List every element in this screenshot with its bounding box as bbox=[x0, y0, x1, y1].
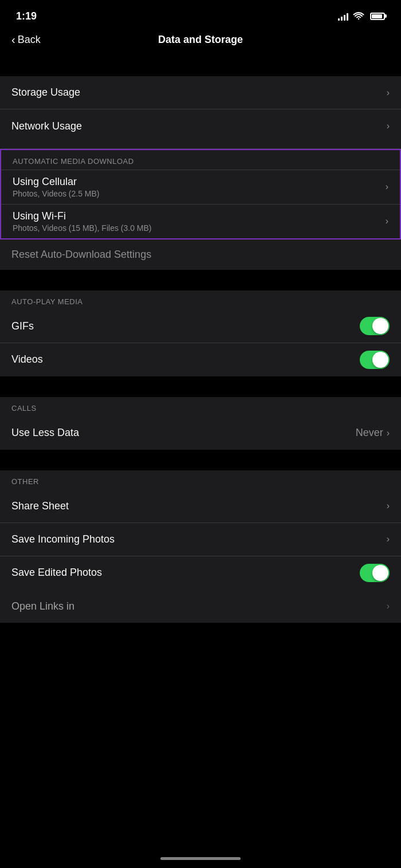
chevron-right-icon: › bbox=[387, 88, 390, 98]
chevron-right-icon: › bbox=[387, 601, 390, 611]
share-sheet-row[interactable]: Share Sheet › bbox=[0, 490, 401, 523]
amd-section-header: AUTOMATIC MEDIA DOWNLOAD bbox=[1, 150, 400, 170]
open-links-group: Open Links in › bbox=[0, 590, 401, 623]
back-label: Back bbox=[18, 34, 41, 46]
videos-toggle[interactable] bbox=[360, 351, 390, 369]
home-indicator bbox=[0, 849, 401, 868]
storage-group: Storage Usage › Network Usage › bbox=[0, 76, 401, 143]
auto-media-download-section: AUTOMATIC MEDIA DOWNLOAD Using Cellular … bbox=[0, 149, 401, 239]
network-usage-row[interactable]: Network Usage › bbox=[0, 109, 401, 143]
chevron-right-icon: › bbox=[387, 428, 390, 438]
gap-4 bbox=[0, 376, 401, 397]
network-usage-label: Network Usage bbox=[11, 120, 82, 132]
network-usage-chevron-area: › bbox=[387, 121, 390, 131]
save-incoming-photos-label: Save Incoming Photos bbox=[11, 533, 115, 545]
use-less-data-right: Never › bbox=[356, 427, 390, 439]
gap-2 bbox=[0, 143, 401, 148]
videos-row[interactable]: Videos bbox=[0, 343, 401, 376]
cellular-content: Using Cellular Photos, Videos (2.5 MB) bbox=[13, 176, 99, 198]
wifi-title: Using Wi-Fi bbox=[13, 210, 152, 222]
back-button[interactable]: ‹ Back bbox=[11, 33, 41, 46]
storage-usage-chevron-area: › bbox=[387, 88, 390, 98]
page-title: Data and Storage bbox=[158, 34, 243, 46]
using-wifi-row[interactable]: Using Wi-Fi Photos, Videos (15 MB), File… bbox=[1, 204, 400, 238]
reset-label: Reset Auto-Download Settings bbox=[11, 249, 151, 260]
save-edited-photos-label: Save Edited Photos bbox=[11, 567, 102, 579]
cellular-title: Using Cellular bbox=[13, 176, 99, 188]
save-incoming-photos-row[interactable]: Save Incoming Photos › bbox=[0, 523, 401, 556]
use-less-data-value: Never bbox=[356, 427, 383, 439]
reset-group: Reset Auto-Download Settings bbox=[0, 239, 401, 270]
calls-section-header: CALLS bbox=[0, 397, 401, 417]
gifs-toggle[interactable] bbox=[360, 317, 390, 335]
nav-bar: ‹ Back Data and Storage bbox=[0, 29, 401, 56]
open-links-right: › bbox=[387, 601, 390, 611]
home-bar bbox=[160, 857, 241, 860]
calls-group: CALLS Use Less Data Never › bbox=[0, 397, 401, 450]
battery-icon bbox=[370, 13, 385, 20]
wifi-subtitle: Photos, Videos (15 MB), Files (3.0 MB) bbox=[13, 223, 152, 233]
reset-auto-download-row[interactable]: Reset Auto-Download Settings bbox=[0, 239, 401, 270]
auto-play-group: AUTO-PLAY MEDIA GIFs Videos bbox=[0, 290, 401, 376]
use-less-data-row[interactable]: Use Less Data Never › bbox=[0, 417, 401, 450]
share-sheet-right: › bbox=[387, 501, 390, 511]
gifs-label: GIFs bbox=[11, 320, 34, 332]
status-icons bbox=[338, 11, 385, 21]
other-group: OTHER Share Sheet › Save Incoming Photos… bbox=[0, 470, 401, 590]
wifi-content: Using Wi-Fi Photos, Videos (15 MB), File… bbox=[13, 210, 152, 233]
using-cellular-row[interactable]: Using Cellular Photos, Videos (2.5 MB) › bbox=[1, 170, 400, 204]
status-bar: 1:19 bbox=[0, 0, 401, 29]
cellular-subtitle: Photos, Videos (2.5 MB) bbox=[13, 189, 99, 198]
chevron-right-icon: › bbox=[386, 216, 388, 226]
gap-3 bbox=[0, 270, 401, 290]
storage-usage-label: Storage Usage bbox=[11, 87, 80, 99]
other-header-text: OTHER bbox=[11, 477, 39, 486]
open-links-label: Open Links in bbox=[11, 600, 74, 612]
amd-header-text: AUTOMATIC MEDIA DOWNLOAD bbox=[13, 157, 134, 166]
open-links-row[interactable]: Open Links in › bbox=[0, 590, 401, 623]
other-section-header: OTHER bbox=[0, 470, 401, 490]
gap-5 bbox=[0, 450, 401, 470]
save-edited-photos-toggle-thumb bbox=[372, 565, 388, 581]
save-incoming-photos-right: › bbox=[387, 534, 390, 544]
use-less-data-label: Use Less Data bbox=[11, 427, 79, 439]
back-chevron-icon: ‹ bbox=[11, 33, 15, 46]
videos-toggle-thumb bbox=[372, 352, 388, 368]
wifi-icon bbox=[353, 12, 364, 21]
videos-label: Videos bbox=[11, 354, 43, 366]
signal-icon bbox=[338, 11, 348, 21]
save-edited-photos-row[interactable]: Save Edited Photos bbox=[0, 556, 401, 590]
gifs-row[interactable]: GIFs bbox=[0, 310, 401, 343]
chevron-right-icon: › bbox=[386, 182, 388, 192]
status-time: 1:19 bbox=[16, 10, 37, 22]
auto-play-header-text: AUTO-PLAY MEDIA bbox=[11, 297, 83, 306]
chevron-right-icon: › bbox=[387, 501, 390, 511]
calls-header-text: CALLS bbox=[11, 404, 37, 413]
gifs-toggle-thumb bbox=[372, 318, 388, 334]
storage-usage-row[interactable]: Storage Usage › bbox=[0, 76, 401, 109]
gap-1 bbox=[0, 56, 401, 76]
chevron-right-icon: › bbox=[387, 534, 390, 544]
save-edited-photos-toggle[interactable] bbox=[360, 564, 390, 582]
share-sheet-label: Share Sheet bbox=[11, 500, 69, 512]
auto-play-section-header: AUTO-PLAY MEDIA bbox=[0, 290, 401, 310]
chevron-right-icon: › bbox=[387, 121, 390, 131]
